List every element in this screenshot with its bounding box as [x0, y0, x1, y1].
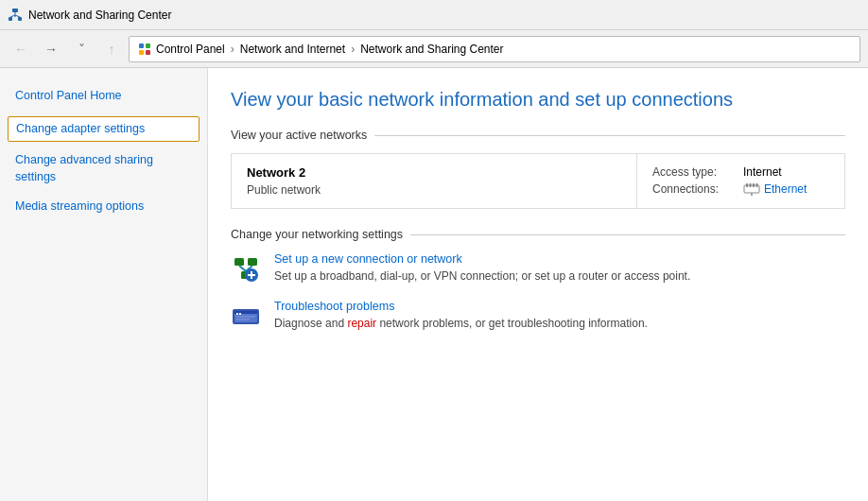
forward-button[interactable]: →: [38, 36, 64, 62]
breadcrumb-sharing-center[interactable]: Network and Sharing Center: [360, 43, 503, 56]
app-icon: [8, 8, 23, 23]
setup-connection-text: Set up a new connection or network Set u…: [274, 252, 690, 285]
active-networks-label: View your active networks: [231, 129, 374, 142]
sidebar-item-advanced-sharing[interactable]: Change advanced sharing settings: [0, 147, 170, 191]
svg-rect-9: [146, 50, 150, 55]
setup-connection-icon: [231, 254, 261, 285]
network-name: Network 2: [247, 165, 621, 180]
troubleshoot-text: Troubleshoot problems Diagnose and repai…: [274, 300, 648, 332]
address-icon: [137, 42, 152, 57]
svg-rect-2: [18, 17, 22, 21]
section-divider: [374, 135, 845, 136]
connections-label: Connections:: [652, 182, 738, 196]
network-type: Public network: [247, 183, 621, 197]
up-button[interactable]: ↑: [98, 36, 125, 62]
breadcrumb-control-panel[interactable]: Control Panel: [156, 43, 225, 56]
setup-connection-link[interactable]: Set up a new connection or network: [274, 252, 690, 266]
settings-items: Set up a new connection or network Set u…: [231, 252, 845, 332]
svg-line-19: [239, 266, 246, 271]
svg-rect-30: [239, 313, 241, 315]
svg-rect-14: [756, 183, 758, 187]
svg-rect-7: [146, 43, 150, 48]
active-networks-header: View your active networks: [231, 129, 845, 142]
network-card: Network 2 Public network Access type: In…: [231, 153, 845, 209]
title-bar: Network and Sharing Center: [0, 0, 868, 30]
access-type-label: Access type:: [652, 165, 738, 179]
access-type-value: Internet: [743, 165, 782, 179]
networking-settings-header: Change your networking settings: [231, 228, 845, 241]
svg-rect-29: [236, 313, 238, 315]
back-button[interactable]: ←: [8, 36, 34, 62]
dropdown-button[interactable]: ˅: [68, 36, 95, 62]
main-container: Control Panel Home Change adapter settin…: [0, 68, 868, 501]
network-info: Network 2 Public network: [232, 154, 636, 208]
title-bar-text: Network and Sharing Center: [28, 9, 171, 22]
sidebar-item-control-panel-home[interactable]: Control Panel Home: [0, 83, 207, 109]
svg-rect-6: [139, 43, 144, 48]
svg-rect-13: [753, 183, 755, 187]
sidebar-item-media-streaming[interactable]: Media streaming options: [0, 194, 207, 219]
svg-rect-11: [746, 183, 748, 187]
svg-line-4: [10, 15, 15, 17]
troubleshoot-link[interactable]: Troubleshoot problems: [274, 300, 648, 313]
setup-connection-desc: Set up a broadband, dial-up, or VPN conn…: [274, 269, 690, 283]
section-divider-2: [410, 234, 845, 235]
svg-rect-16: [234, 258, 244, 266]
ethernet-link[interactable]: Ethernet: [764, 182, 807, 196]
access-type-row: Access type: Internet: [652, 165, 829, 179]
svg-rect-8: [139, 50, 144, 55]
content-area: View your basic network information and …: [208, 68, 868, 501]
sidebar: Control Panel Home Change adapter settin…: [0, 68, 208, 501]
navigation-bar: ← → ˅ ↑ Control Panel › Network and Inte…: [0, 30, 868, 68]
troubleshoot-icon: [231, 302, 261, 332]
page-title: View your basic network information and …: [231, 87, 845, 112]
networking-settings-label: Change your networking settings: [231, 228, 410, 241]
svg-line-5: [15, 15, 20, 17]
setup-connection-item: Set up a new connection or network Set u…: [231, 252, 845, 285]
ethernet-icon: [743, 182, 760, 196]
highlight-repair: repair: [347, 317, 376, 330]
svg-rect-1: [9, 17, 12, 21]
troubleshoot-desc: Diagnose and repair network problems, or…: [274, 317, 648, 330]
sidebar-item-change-adapter[interactable]: Change adapter settings: [8, 116, 200, 142]
svg-rect-17: [248, 258, 257, 266]
breadcrumb-network-internet[interactable]: Network and Internet: [240, 43, 345, 56]
network-details: Access type: Internet Connections:: [636, 154, 844, 208]
svg-rect-0: [12, 9, 18, 12]
address-bar: Control Panel › Network and Internet › N…: [129, 36, 860, 62]
svg-rect-12: [750, 183, 752, 187]
connections-row: Connections: Ethernet: [652, 182, 829, 196]
troubleshoot-item: Troubleshoot problems Diagnose and repai…: [231, 300, 845, 332]
